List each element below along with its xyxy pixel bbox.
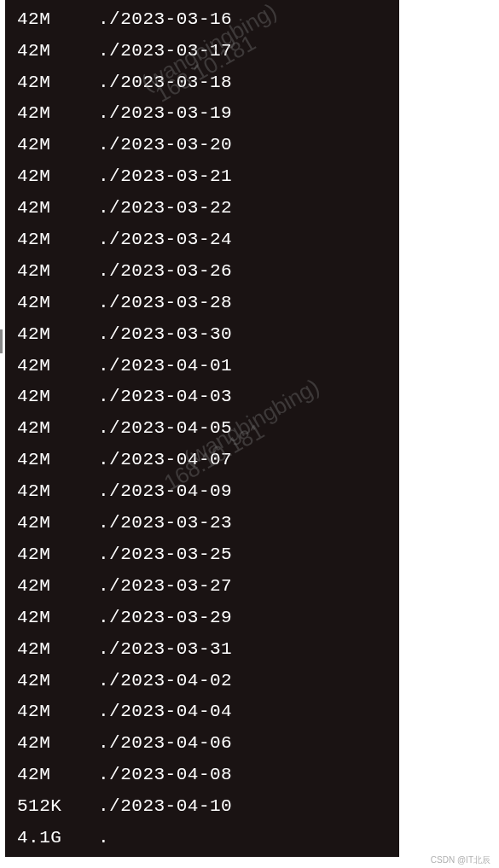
file-path: ./2023-03-21 [98, 165, 387, 188]
file-path: ./2023-03-17 [98, 39, 387, 62]
terminal-row: 42M./2023-03-27 [5, 570, 399, 602]
file-path: ./2023-03-20 [98, 133, 387, 156]
file-size: 42M [17, 71, 98, 94]
file-size: 42M [17, 228, 98, 251]
file-size: 42M [17, 102, 98, 125]
file-size: 42M [17, 133, 98, 156]
file-size: 42M [17, 606, 98, 629]
file-path: ./2023-03-30 [98, 323, 387, 346]
terminal-row: 42M./2023-04-09 [5, 475, 399, 507]
terminal-output: (wangbingbing) 168.10.181 (wangbingbing)… [5, 0, 399, 857]
terminal-row: 42M./2023-04-05 [5, 413, 399, 445]
cursor-indicator [0, 329, 3, 353]
file-size: 42M [17, 291, 98, 314]
terminal-row: 42M./2023-03-25 [5, 539, 399, 570]
file-path: ./2023-03-23 [98, 511, 387, 534]
file-size: 42M [17, 731, 98, 754]
terminal-row: 42M./2023-03-28 [5, 287, 399, 318]
terminal-row: 42M./2023-04-08 [5, 759, 399, 790]
file-path: ./2023-03-26 [98, 259, 387, 283]
terminal-row: 42M./2023-03-20 [5, 130, 399, 161]
file-size: 512K [17, 795, 98, 818]
terminal-row: 42M./2023-03-18 [5, 67, 399, 98]
terminal-row: 42M./2023-03-17 [5, 35, 399, 67]
file-path: ./2023-04-09 [98, 480, 387, 503]
file-size: 42M [17, 511, 98, 534]
file-path: . [98, 826, 387, 849]
file-size: 42M [17, 39, 98, 62]
terminal-row: 42M./2023-03-16 [5, 3, 399, 35]
file-path: ./2023-03-22 [98, 196, 387, 219]
file-path: ./2023-04-05 [98, 417, 387, 440]
file-path: ./2023-04-03 [98, 385, 387, 408]
terminal-row: 42M./2023-04-02 [5, 665, 399, 696]
file-size: 42M [17, 354, 98, 377]
file-path: ./2023-04-01 [98, 354, 387, 377]
file-path: ./2023-04-07 [98, 448, 387, 471]
file-size: 42M [17, 8, 98, 31]
terminal-row: 42M./2023-03-29 [5, 602, 399, 633]
file-size: 42M [17, 574, 98, 597]
terminal-row: 42M./2023-03-31 [5, 633, 399, 665]
file-path: ./2023-03-19 [98, 102, 387, 125]
file-size: 42M [17, 417, 98, 440]
file-path: ./2023-03-18 [98, 71, 387, 94]
terminal-row: 42M./2023-04-03 [5, 382, 399, 413]
file-size: 42M [17, 165, 98, 188]
terminal-row: 42M./2023-03-26 [5, 255, 399, 287]
terminal-row: 42M./2023-04-04 [5, 696, 399, 728]
file-path: ./2023-03-29 [98, 606, 387, 629]
file-size: 42M [17, 385, 98, 408]
file-size: 42M [17, 638, 98, 661]
file-size: 42M [17, 763, 98, 786]
file-path: ./2023-03-25 [98, 543, 387, 566]
file-path: ./2023-04-06 [98, 731, 387, 754]
file-path: ./2023-03-16 [98, 8, 387, 31]
file-path: ./2023-03-28 [98, 291, 387, 314]
file-size: 42M [17, 323, 98, 346]
file-path: ./2023-04-04 [98, 700, 387, 723]
file-size: 4.1G [17, 826, 98, 849]
file-size: 42M [17, 196, 98, 219]
file-size: 42M [17, 480, 98, 503]
terminal-row: 42M./2023-03-21 [5, 160, 399, 192]
terminal-row: 42M./2023-04-06 [5, 727, 399, 759]
terminal-row: 42M./2023-04-07 [5, 444, 399, 475]
file-path: ./2023-04-10 [98, 795, 387, 818]
file-size: 42M [17, 543, 98, 566]
terminal-row: 42M./2023-03-22 [5, 192, 399, 224]
terminal-row: 42M./2023-03-24 [5, 224, 399, 255]
file-size: 42M [17, 259, 98, 283]
file-size: 42M [17, 700, 98, 723]
file-path: ./2023-03-24 [98, 228, 387, 251]
terminal-row: 4.1G. [5, 822, 399, 853]
terminal-row: 42M./2023-03-19 [5, 98, 399, 130]
terminal-row: 512K./2023-04-10 [5, 790, 399, 822]
attribution-footer: CSDN @IT北辰 [431, 854, 490, 866]
file-size: 42M [17, 669, 98, 692]
file-path: ./2023-03-31 [98, 638, 387, 661]
file-path: ./2023-04-02 [98, 669, 387, 692]
terminal-row: 42M./2023-03-23 [5, 507, 399, 539]
file-path: ./2023-03-27 [98, 574, 387, 597]
terminal-row: 42M./2023-04-01 [5, 350, 399, 382]
file-path: ./2023-04-08 [98, 763, 387, 786]
file-size: 42M [17, 448, 98, 471]
terminal-row: 42M./2023-03-30 [5, 318, 399, 350]
